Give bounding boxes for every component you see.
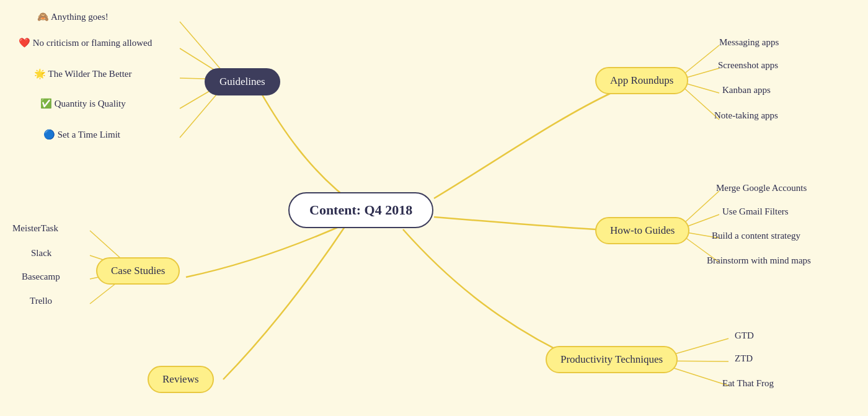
guidelines-branch[interactable]: Guidelines bbox=[205, 68, 280, 95]
leaf-notetaking-apps: Note-taking apps bbox=[714, 110, 778, 121]
howto-guides-label: How-to Guides bbox=[610, 224, 675, 237]
leaf-slack: Slack bbox=[31, 248, 51, 259]
leaf-merge-google: Merge Google Accounts bbox=[716, 183, 807, 193]
productivity-label: Productivity Techniques bbox=[560, 353, 663, 366]
productivity-techniques-branch[interactable]: Productivity Techniques bbox=[546, 346, 678, 373]
leaf-time-limit: 🔵 Set a Time Limit bbox=[43, 129, 120, 140]
app-roundups-branch[interactable]: App Roundups bbox=[595, 67, 688, 94]
reviews-branch[interactable]: Reviews bbox=[148, 366, 214, 393]
leaf-eat-that-frog: Eat That Frog bbox=[722, 378, 774, 389]
leaf-kanban-apps: Kanban apps bbox=[722, 85, 771, 95]
guidelines-label: Guidelines bbox=[219, 76, 265, 88]
leaf-meistertask: MeisterTask bbox=[12, 223, 58, 234]
howto-guides-branch[interactable]: How-to Guides bbox=[595, 217, 689, 244]
leaf-anything-goes: 🙈 Anything goes! bbox=[37, 11, 108, 22]
leaf-quantity-quality: ✅ Quantity is Quality bbox=[40, 98, 126, 109]
leaf-gmail-filters: Use Gmail Filters bbox=[722, 206, 789, 217]
leaf-screenshot-apps: Screenshot apps bbox=[718, 60, 778, 71]
leaf-ztd: ZTD bbox=[735, 353, 753, 364]
leaf-wilder-better: 🌟 The Wilder The Better bbox=[34, 68, 132, 79]
case-studies-branch[interactable]: Case Studies bbox=[96, 257, 180, 285]
leaf-gtd: GTD bbox=[735, 330, 754, 341]
center-label: Content: Q4 2018 bbox=[309, 202, 412, 218]
case-studies-label: Case Studies bbox=[111, 265, 165, 277]
center-node[interactable]: Content: Q4 2018 bbox=[288, 192, 433, 228]
leaf-basecamp: Basecamp bbox=[22, 272, 60, 282]
leaf-brainstorm-mindmaps: Brainstorm with mind maps bbox=[707, 255, 811, 266]
reviews-label: Reviews bbox=[162, 373, 199, 386]
leaf-content-strategy: Build a content strategy bbox=[712, 231, 800, 241]
app-roundups-label: App Roundups bbox=[610, 74, 673, 87]
leaf-no-criticism: ❤️ No criticism or flaming allowed bbox=[19, 37, 152, 48]
leaf-messaging-apps: Messaging apps bbox=[719, 37, 779, 48]
leaf-trello: Trello bbox=[30, 296, 52, 306]
